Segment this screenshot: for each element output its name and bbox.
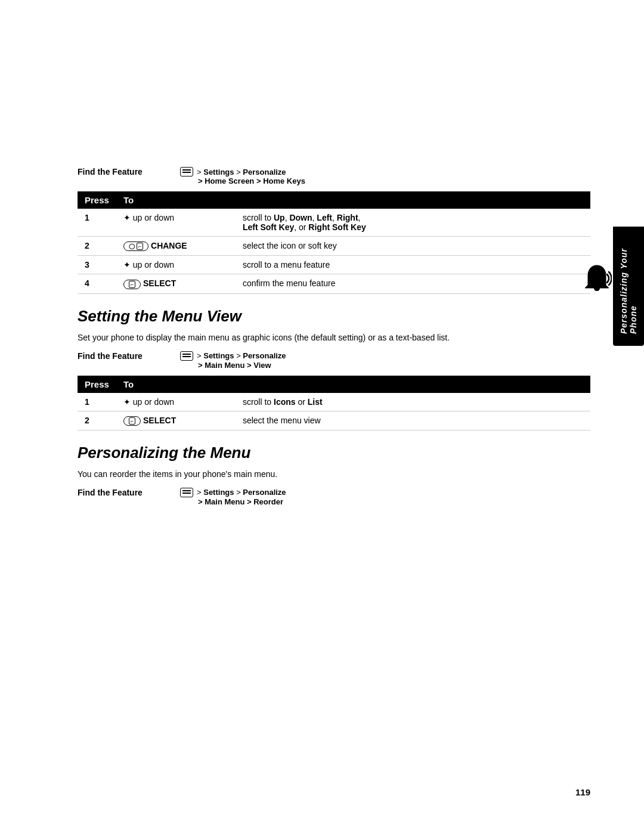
t2-row2-to: select the menu view: [236, 411, 590, 430]
sidebar-label: Personalizing Your Phone: [619, 239, 638, 334]
table-row: 3 ✦ up or down scroll to a menu feature: [78, 256, 590, 274]
find-feature-section-1: Find the Feature > Settings > Personaliz…: [78, 167, 590, 185]
path-line-3a: > Settings > Personalize: [179, 488, 286, 497]
path-text-1a: > Settings > Personalize: [197, 168, 286, 176]
row1-press: ✦ up or down: [116, 209, 236, 237]
select-key-2: ⌐: [123, 416, 141, 426]
row2-num: 2: [78, 237, 116, 256]
table-row: 1 ✦ up or down scroll to Up, Down, Left,…: [78, 209, 590, 237]
press-table-2: Press To 1 ✦ up or down scroll to Icons …: [78, 376, 590, 431]
menu-icon-1: [180, 167, 193, 176]
row2-press: ◯ ⌐ CHANGE: [116, 237, 236, 256]
table-row: 4 ⌐ SELECT confirm the menu feature: [78, 274, 590, 293]
t2-row2-num: 2: [78, 411, 116, 430]
table-row: 2 ◯ ⌐ CHANGE select the icon or soft key: [78, 237, 590, 256]
press-table-1: Press To 1 ✦ up or down scroll to Up, Do…: [78, 191, 590, 294]
menu-icon-3: [180, 488, 193, 497]
menu-icon-2: [180, 351, 193, 361]
table1-col1-header: Press: [78, 191, 116, 209]
table2-col2-header: To: [116, 376, 590, 393]
sidebar-tab: Personalizing Your Phone: [613, 227, 644, 346]
t2-row1-num: 1: [78, 393, 116, 411]
find-feature-section-3: Find the Feature > Settings > Personaliz…: [78, 488, 590, 506]
find-feature-path-2: > Settings > Personalize > Main Menu > V…: [179, 351, 286, 370]
path-text-1b: > Home Screen > Home Keys: [179, 176, 305, 185]
path-line-2a: > Settings > Personalize: [179, 351, 286, 361]
section2-desc: Set your phone to display the main menu …: [78, 332, 590, 344]
row3-to: scroll to a menu feature: [236, 256, 590, 274]
find-feature-path-3: > Settings > Personalize > Main Menu > R…: [179, 488, 286, 506]
table2-col1-header: Press: [78, 376, 116, 393]
section3-title: Personalizing the Menu: [78, 444, 590, 462]
find-feature-label-2: Find the Feature: [78, 351, 179, 361]
t2-row1-press: ✦ up or down: [116, 393, 236, 411]
path-text-2a: > Settings > Personalize: [197, 351, 286, 360]
path-text-3b: > Main Menu > Reorder: [179, 497, 286, 506]
row4-press: ⌐ SELECT: [116, 274, 236, 293]
path-text-3a: > Settings > Personalize: [197, 488, 286, 497]
path-line-1a: > Settings > Personalize: [179, 167, 305, 176]
table1-col2-header: To: [116, 191, 590, 209]
select-key: ⌐: [123, 280, 141, 289]
row1-to: scroll to Up, Down, Left, Right,Left Sof…: [236, 209, 590, 237]
row3-press: ✦ up or down: [116, 256, 236, 274]
t2-row1-to: scroll to Icons or List: [236, 393, 590, 411]
row3-num: 3: [78, 256, 116, 274]
find-feature-label-3: Find the Feature: [78, 488, 179, 497]
row4-num: 4: [78, 274, 116, 293]
table-row: 2 ⌐ SELECT select the menu view: [78, 411, 590, 430]
path-text-2b: > Main Menu > View: [179, 361, 286, 370]
t2-row2-press: ⌐ SELECT: [116, 411, 236, 430]
bell-decoration: [582, 262, 612, 305]
table-row: 1 ✦ up or down scroll to Icons or List: [78, 393, 590, 411]
section2-title: Setting the Menu View: [78, 307, 590, 326]
row4-to: confirm the menu feature: [236, 274, 590, 293]
row2-to: select the icon or soft key: [236, 237, 590, 256]
page-number: 119: [575, 787, 590, 797]
section3-desc: You can reorder the items in your phone'…: [78, 468, 590, 481]
find-feature-section-2: Find the Feature > Settings > Personaliz…: [78, 351, 590, 370]
row1-num: 1: [78, 209, 116, 237]
find-feature-label-1: Find the Feature: [78, 167, 179, 176]
find-feature-path-1: > Settings > Personalize > Home Screen >…: [179, 167, 305, 185]
change-key: ◯ ⌐: [123, 241, 148, 251]
